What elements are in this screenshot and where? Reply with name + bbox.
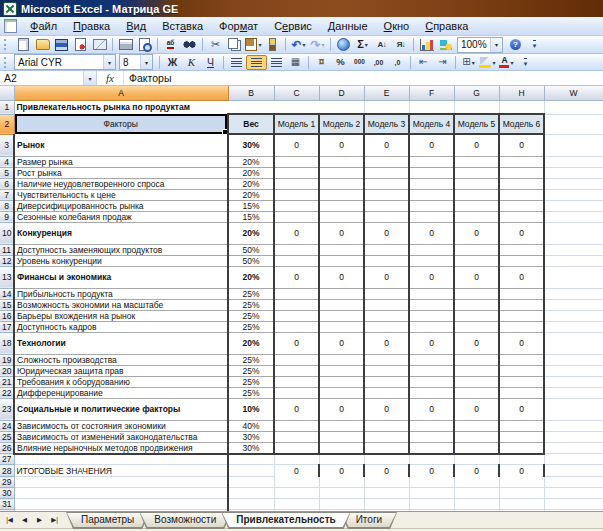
cell[interactable]: [409, 100, 454, 114]
cell[interactable]: [274, 321, 319, 332]
cell[interactable]: [319, 499, 364, 510]
prev-sheet-button[interactable]: ◀: [17, 512, 32, 528]
cell[interactable]: [544, 387, 603, 398]
align-left-button[interactable]: [227, 55, 246, 70]
cell[interactable]: [364, 365, 409, 376]
cell[interactable]: [544, 211, 603, 222]
cell[interactable]: [454, 431, 499, 442]
cell[interactable]: 0: [364, 332, 409, 354]
cell[interactable]: [274, 420, 319, 431]
cell[interactable]: [499, 365, 544, 376]
cell[interactable]: [274, 189, 319, 200]
cell[interactable]: [409, 211, 454, 222]
cell[interactable]: [454, 365, 499, 376]
cell[interactable]: [454, 156, 499, 167]
cell[interactable]: [544, 365, 603, 376]
cell[interactable]: [364, 211, 409, 222]
cell[interactable]: 0: [454, 222, 499, 244]
cell[interactable]: 25%: [228, 321, 274, 332]
cell[interactable]: [319, 167, 364, 178]
cell[interactable]: [364, 189, 409, 200]
cell[interactable]: [228, 499, 274, 510]
toolbar-options-button[interactable]: ▾: [525, 37, 544, 52]
bold-button[interactable]: Ж: [163, 55, 182, 70]
cell[interactable]: 0: [364, 222, 409, 244]
cell[interactable]: [544, 420, 603, 431]
cell[interactable]: [454, 100, 499, 114]
cell[interactable]: [274, 310, 319, 321]
cell[interactable]: Юридическая защита прав: [14, 365, 228, 376]
cell[interactable]: [499, 189, 544, 200]
cell[interactable]: [274, 499, 319, 510]
row-header-28[interactable]: 28: [0, 465, 14, 477]
cell[interactable]: [319, 420, 364, 431]
weight-header-cell[interactable]: Вес: [228, 114, 274, 134]
model-header-cell[interactable]: Модель 2: [319, 114, 364, 134]
cell[interactable]: 25%: [228, 288, 274, 299]
cell[interactable]: 20%: [228, 156, 274, 167]
cell[interactable]: Рост рынка: [14, 167, 228, 178]
cell[interactable]: [544, 100, 603, 114]
cell[interactable]: [499, 376, 544, 387]
cell[interactable]: 15%: [228, 211, 274, 222]
cell[interactable]: 0: [274, 398, 319, 420]
name-box-dropdown-icon[interactable]: ▾: [83, 71, 96, 85]
cell[interactable]: 0: [364, 134, 409, 156]
cell[interactable]: [274, 454, 319, 465]
cell[interactable]: Возможность экономии на масштабе: [14, 299, 228, 310]
cell[interactable]: 30%: [228, 134, 274, 156]
column-header-A[interactable]: A: [14, 86, 228, 100]
row-header-27[interactable]: 27: [0, 454, 14, 465]
cell[interactable]: 0: [274, 332, 319, 354]
new-document-button[interactable]: [14, 37, 33, 52]
cell[interactable]: 0: [454, 266, 499, 288]
row-header-16[interactable]: 16: [0, 310, 14, 321]
cell[interactable]: [454, 178, 499, 189]
cell[interactable]: 0: [364, 398, 409, 420]
cell[interactable]: [364, 499, 409, 510]
cell[interactable]: [319, 365, 364, 376]
row-header-20[interactable]: 20: [0, 365, 14, 376]
cell[interactable]: Наличие неудовлетворенного спроса: [14, 178, 228, 189]
cell[interactable]: 0: [319, 222, 364, 244]
menu-item-6[interactable]: Сервис: [266, 19, 320, 33]
cell[interactable]: [454, 167, 499, 178]
model-header-cell[interactable]: Модель 5: [454, 114, 499, 134]
cell[interactable]: [544, 398, 603, 420]
row-header-23[interactable]: 23: [0, 398, 14, 420]
toolbar-grip[interactable]: [4, 39, 9, 50]
cell[interactable]: Зависимость от состояния экономики: [14, 420, 228, 431]
cell[interactable]: 0: [499, 266, 544, 288]
cell[interactable]: 0: [409, 222, 454, 244]
cell[interactable]: 10%: [228, 398, 274, 420]
cell[interactable]: [409, 442, 454, 454]
insert-hyperlink-button[interactable]: [334, 37, 353, 52]
cell[interactable]: [454, 387, 499, 398]
cell[interactable]: [409, 477, 454, 488]
row-header-25[interactable]: 25: [0, 431, 14, 442]
format-painter-button[interactable]: [263, 37, 282, 52]
cell[interactable]: [14, 499, 228, 510]
cell[interactable]: 25%: [228, 365, 274, 376]
borders-button[interactable]: ⊞▾: [459, 55, 478, 70]
cell[interactable]: [499, 387, 544, 398]
cell[interactable]: [499, 354, 544, 365]
cell[interactable]: [319, 354, 364, 365]
sheet-title-cell[interactable]: Привлекательность рынка по продуктам: [14, 100, 228, 114]
cell[interactable]: 0: [274, 134, 319, 156]
name-box[interactable]: A2 ▾: [0, 71, 97, 85]
row-header-12[interactable]: 12: [0, 255, 14, 266]
cell[interactable]: [454, 211, 499, 222]
font-color-button[interactable]: А▾: [497, 55, 516, 70]
cell[interactable]: [319, 299, 364, 310]
cell[interactable]: [364, 488, 409, 499]
cell[interactable]: [454, 321, 499, 332]
row-header-17[interactable]: 17: [0, 321, 14, 332]
decrease-indent-button[interactable]: ⇤: [414, 55, 433, 70]
cell[interactable]: [364, 442, 409, 454]
cell[interactable]: Конкуренция: [14, 222, 228, 244]
cell[interactable]: [499, 255, 544, 266]
cell[interactable]: [364, 178, 409, 189]
percent-button[interactable]: %: [331, 55, 350, 70]
row-header-5[interactable]: 5: [0, 167, 14, 178]
